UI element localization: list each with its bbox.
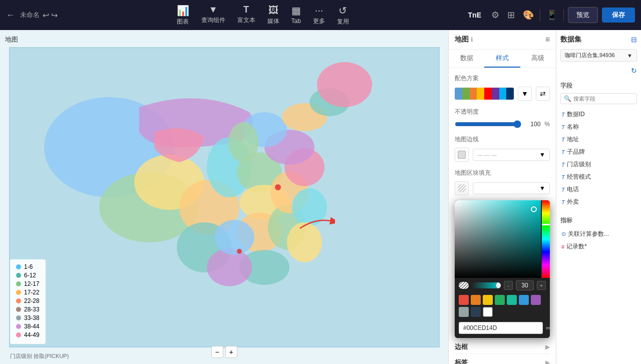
color-scheme-settings-btn[interactable]: ⇄ [536,87,550,101]
text-icon: T [243,5,249,15]
opacity-slider[interactable] [455,120,521,128]
search-field[interactable]: 🔍 [560,93,637,104]
toolbar-divider2 [563,9,564,21]
query-icon: ▼ [209,5,218,15]
color-gradient-area[interactable] [455,200,550,278]
svg-point-12 [214,220,254,255]
opacity-pct: % [544,121,550,128]
preset-color-6[interactable] [531,295,541,305]
field-name-5: 经营模式 [567,173,591,181]
indicator-item-0[interactable]: ⊙ 关联计算参数... [560,228,637,240]
reuse-icon: ↺ [339,5,347,17]
mobile-preview-button[interactable]: 📱 [544,8,559,23]
fill-style-dropdown[interactable]: ▼ [473,182,550,194]
dataset-selector[interactable]: 咖啡门店合集,94936 ▼ [560,49,637,62]
preset-color-5[interactable] [519,295,529,305]
toolbar-item-reuse[interactable]: ↺ 复用 [337,5,349,26]
indicator-section: 指标 ⊙ 关联计算参数... # 记录数* [560,212,637,253]
svg-point-23 [317,62,372,107]
legend-range-1: 1-6 [24,263,33,270]
preset-color-4[interactable] [507,295,517,305]
fields-list: T 数据ID T 名称 T 地址 T 子品牌 T 门店级别 T 经营模式 [560,108,637,208]
legend-color-2 [16,273,21,278]
zoom-out-button[interactable]: − [211,346,223,358]
fill-color-swatch[interactable] [455,181,469,195]
map-border-row: — — — ▼ [455,148,550,162]
redo-button[interactable]: ↪ [51,11,58,20]
field-item-7[interactable]: T 外卖 [560,196,637,208]
legend-item-7: 33-38 [16,314,40,321]
tab-data[interactable]: 数据 [449,50,484,68]
preset-color-7[interactable] [459,307,469,317]
svg-point-17 [287,222,322,262]
toolbar-item-query[interactable]: ▼ 查询组件 [201,5,225,26]
picker-opacity-bar[interactable] [472,282,501,288]
panel-tabs: 数据 样式 高级 [449,50,556,68]
preset-color-0[interactable] [459,295,469,305]
color-scheme-row: ▼ ⇄ [455,87,550,101]
toolbar-item-tab[interactable]: ▦ Tab [291,5,301,26]
field-item-4[interactable]: T 门店级别 [560,158,637,171]
field-name-2: 地址 [567,135,579,144]
field-item-2[interactable]: T 地址 [560,133,637,146]
field-name-4: 门店级别 [567,160,591,169]
preset-color-9[interactable] [483,307,493,317]
save-button[interactable]: 保存 [602,8,635,23]
opacity-value: 100 [525,121,540,128]
border-style-dropdown[interactable]: — — — ▼ [473,149,550,161]
preset-color-1[interactable] [471,295,481,305]
field-name-6: 电话 [567,185,579,194]
preset-color-2[interactable] [483,295,493,305]
indicator-section-title: 指标 [560,216,637,225]
canvas-controls: − + [211,346,237,358]
main-container: 地图 [0,30,641,364]
toolbar-item-more[interactable]: ··· 更多 [313,5,325,26]
tab-advanced[interactable]: 高级 [520,50,556,68]
canvas-area[interactable]: 地图 [0,30,448,364]
opacity-value-input[interactable] [516,280,534,290]
picker-edit-icon[interactable]: ✏ [546,324,550,332]
color-picker-popup: - + [455,200,550,338]
back-button[interactable]: ← [6,10,15,21]
settings-button[interactable]: ⚙ [489,8,501,23]
preset-color-3[interactable] [495,295,505,305]
panel-content: 配色方案 ▼ ⇄ 不透明度 100 [449,68,556,364]
field-item-0[interactable]: T 数据ID [560,108,637,121]
toolbar-item-text[interactable]: T 富文本 [237,5,255,26]
field-search-input[interactable] [573,96,633,102]
field-item-3[interactable]: T 子品牌 [560,146,637,158]
border-color-swatch[interactable] [455,148,469,162]
field-item-6[interactable]: T 电话 [560,183,637,196]
filter-icon[interactable]: ⊟ [631,36,637,44]
label-section-row[interactable]: 标签 ▶ [455,353,550,364]
hex-input-row: ✏ HEX RGB [455,319,550,338]
undo-button[interactable]: ↩ [43,11,49,20]
indicator-item-1[interactable]: # 记录数* [560,240,637,253]
field-item-5[interactable]: T 经营模式 [560,171,637,183]
preview-button[interactable]: 预览 [568,7,598,23]
toolbar-item-media[interactable]: 🖼 媒体 [267,5,279,26]
panel-menu-icon[interactable]: ≡ [545,35,550,44]
legend-range-9: 44-49 [24,331,40,338]
field-item-1[interactable]: T 名称 [560,121,637,133]
hex-input[interactable] [459,322,543,334]
zoom-in-button[interactable]: + [225,346,237,358]
border-section-row[interactable]: 边框 ▶ [455,338,550,353]
legend-color-4 [16,290,21,295]
grid-button[interactable]: ⊞ [505,8,517,23]
opacity-plus-btn[interactable]: + [537,281,546,290]
map-border-label: 地图边线 [455,135,550,144]
color-scheme-expand-btn[interactable]: ▼ [518,87,532,101]
refresh-icon[interactable]: ↻ [631,67,637,75]
tab-style[interactable]: 样式 [484,50,520,68]
info-icon: ℹ [471,36,473,43]
palette-button[interactable]: 🎨 [521,8,536,23]
svg-point-20 [228,122,258,162]
opacity-minus-btn[interactable]: - [504,281,513,290]
toolbar-item-chart[interactable]: 📊 图表 [177,5,189,26]
color-scheme-bar[interactable] [455,88,514,100]
hue-bar[interactable] [542,200,550,278]
legend-item-8: 38-44 [16,323,40,330]
preset-color-8[interactable] [471,307,481,317]
hue-cursor [542,224,550,225]
